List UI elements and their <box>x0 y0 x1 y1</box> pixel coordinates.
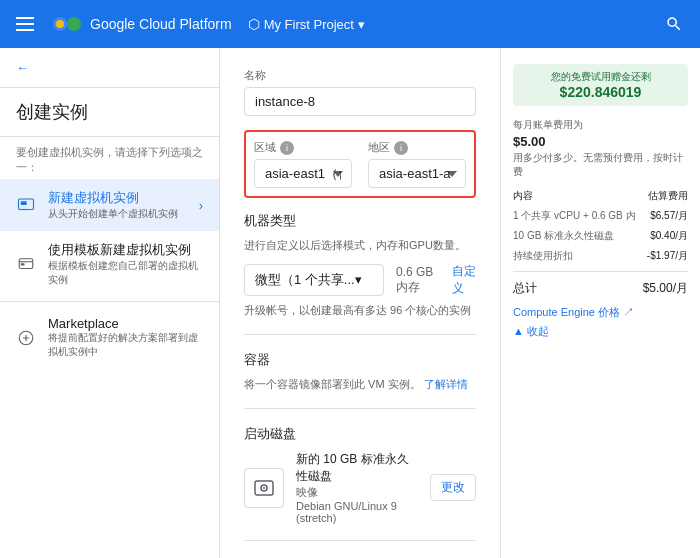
machine-type-subtitle: 进行自定义以后选择模式，内存和GPU数量。 <box>244 238 476 253</box>
zone-select[interactable]: asia-east1-a <box>368 159 466 188</box>
machine-type-select-container: 微型（1 个共享...▾ <box>244 264 384 296</box>
top-navigation: Google Cloud Platform ⬡ My First Project… <box>0 0 700 48</box>
name-input[interactable] <box>244 87 476 116</box>
billing-title: 每月账单费用为 <box>513 118 688 132</box>
sidebar-item-new-vm[interactable]: 新建虚拟机实例 从头开始创建单个虚拟机实例 › <box>0 179 219 231</box>
savings-amount: $220.846019 <box>521 84 680 100</box>
billing-note: 用多少付多少。无需预付费用，按时计费 <box>513 151 688 179</box>
project-selector[interactable]: ⬡ My First Project ▾ <box>248 16 365 32</box>
cost-section-value: 估算费用 <box>648 189 688 203</box>
memory-text: 0.6 GB 内存 <box>396 265 440 296</box>
name-label: 名称 <box>244 68 476 83</box>
svg-rect-8 <box>21 263 25 265</box>
vm-icon <box>16 195 36 215</box>
sidebar-page-title: 创建实例 <box>0 88 219 137</box>
cost-label-1: 10 GB 标准永久性磁盘 <box>513 229 650 243</box>
container-section: 容器 将一个容器镜像部署到此 VM 实例。 了解详情 <box>244 351 476 392</box>
compute-engine-link[interactable]: Compute Engine 价格 ↗ <box>513 305 688 320</box>
region-label: 区域 i <box>254 140 352 155</box>
cost-total-label: 总计 <box>513 280 537 297</box>
region-zone-row: 区域 i asia-east1（台湾） 地区 i asia- <box>254 140 466 188</box>
sidebar-item-marketplace-label: Marketplace <box>48 316 203 331</box>
sidebar-item-marketplace[interactable]: Marketplace 将提前配置好的解决方案部署到虚拟机实例中 <box>0 306 219 369</box>
project-dropdown-icon: ▾ <box>358 17 365 32</box>
hamburger-menu[interactable] <box>16 12 40 36</box>
divider-2 <box>244 408 476 409</box>
app-logo: Google Cloud Platform <box>52 12 232 36</box>
boot-disk-description: 新的 10 GB 标准永久性磁盘 <box>296 451 418 485</box>
project-name: My First Project <box>264 17 354 32</box>
name-field-group: 名称 <box>244 68 476 116</box>
form-container: 名称 区域 i asia-east1（台湾） <box>220 48 500 558</box>
sidebar-item-new-vm-sublabel: 从头开始创建单个虚拟机实例 <box>48 207 187 221</box>
marketplace-icon <box>16 328 36 348</box>
savings-title: 您的免费试用赠金还剩 <box>521 70 680 84</box>
boot-disk-image: 映像 <box>296 485 418 500</box>
cost-value-1: $0.40/月 <box>650 229 688 243</box>
machine-type-label: 微型（1 个共享...▾ <box>255 271 362 289</box>
change-button[interactable]: 更改 <box>430 474 476 501</box>
cost-total-row: 总计 $5.00/月 <box>513 271 688 297</box>
collapse-link[interactable]: ▲ 收起 <box>513 324 688 339</box>
container-sublabel: 将一个容器镜像部署到此 VM 实例。 了解详情 <box>244 377 476 392</box>
sidebar-item-marketplace-sublabel: 将提前配置好的解决方案部署到虚拟机实例中 <box>48 331 203 359</box>
container-title: 容器 <box>244 351 476 369</box>
template-vm-icon <box>16 254 36 274</box>
zone-info-icon: i <box>394 141 408 155</box>
boot-disk-title: 启动磁盘 <box>244 425 476 443</box>
sidebar-subtitle: 要创建虚拟机实例，请选择下列选项之一： <box>0 137 219 179</box>
region-info-icon: i <box>280 141 294 155</box>
app-name: Google Cloud Platform <box>90 16 232 32</box>
search-container <box>664 14 684 34</box>
boot-disk-os: Debian GNU/Linux 9 (stretch) <box>296 500 418 524</box>
boot-disk-row: 新的 10 GB 标准永久性磁盘 映像 Debian GNU/Linux 9 (… <box>244 451 476 524</box>
region-select[interactable]: asia-east1（台湾） <box>254 159 352 188</box>
divider-3 <box>244 540 476 541</box>
machine-type-select-btn[interactable]: 微型（1 个共享...▾ <box>244 264 384 296</box>
sidebar: ← 创建实例 要创建虚拟机实例，请选择下列选项之一： 新建虚拟机实例 从头开始创… <box>0 48 220 558</box>
sidebar-item-template-vm-sublabel: 根据模板创建您自己部署的虚拟机实例 <box>48 259 203 287</box>
back-button[interactable]: ← <box>0 48 219 88</box>
cost-item-0: 1 个共享 vCPU + 0.6 GB 内 $6.57/月 <box>513 209 688 223</box>
sidebar-divider <box>0 301 219 302</box>
cost-item-1: 10 GB 标准永久性磁盘 $0.40/月 <box>513 229 688 243</box>
divider-1 <box>244 334 476 335</box>
svg-point-2 <box>56 20 64 28</box>
machine-type-section: 机器类型 进行自定义以后选择模式，内存和GPU数量。 微型（1 个共享...▾ … <box>244 212 476 318</box>
machine-type-row: 微型（1 个共享...▾ 0.6 GB 内存 自定义 <box>244 263 476 297</box>
cost-item-2: 持续使用折扣 -$1.97/月 <box>513 249 688 263</box>
main-content: 名称 区域 i asia-east1（台湾） <box>220 48 500 558</box>
sidebar-item-new-vm-label: 新建虚拟机实例 <box>48 189 187 207</box>
boot-disk-icon <box>244 468 284 508</box>
cost-label-0: 1 个共享 vCPU + 0.6 GB 内 <box>513 209 650 223</box>
main-layout: ← 创建实例 要创建虚拟机实例，请选择下列选项之一： 新建虚拟机实例 从头开始创… <box>0 48 700 558</box>
zone-label: 地区 i <box>368 140 466 155</box>
sidebar-item-template-vm[interactable]: 使用模板新建虚拟机实例 根据模板创建您自己部署的虚拟机实例 <box>0 231 219 297</box>
billing-value: $5.00 <box>513 134 688 149</box>
boot-disk-info: 新的 10 GB 标准永久性磁盘 映像 Debian GNU/Linux 9 (… <box>296 451 418 524</box>
customize-button[interactable]: 自定义 <box>452 263 476 297</box>
region-group: 区域 i asia-east1（台湾） <box>254 140 352 188</box>
boot-disk-section: 启动磁盘 新的 10 GB 标准永久性磁盘 映像 Debian GNU/Linu… <box>244 425 476 524</box>
cost-header: 内容 估算费用 <box>513 189 688 203</box>
sidebar-item-arrow: › <box>199 198 203 213</box>
sidebar-item-template-vm-label: 使用模板新建虚拟机实例 <box>48 241 203 259</box>
machine-type-title: 机器类型 <box>244 212 476 230</box>
svg-point-12 <box>263 487 265 489</box>
right-panel: 您的免费试用赠金还剩 $220.846019 每月账单费用为 $5.00 用多少… <box>500 48 700 558</box>
learn-more-link[interactable]: 了解详情 <box>424 378 468 390</box>
cost-value-0: $6.57/月 <box>650 209 688 223</box>
cost-value-2: -$1.97/月 <box>647 249 688 263</box>
svg-rect-4 <box>21 201 27 205</box>
upgrade-text: 升级帐号，以创建最高有多达 96 个核心的实例 <box>244 303 476 318</box>
search-icon[interactable] <box>664 14 684 34</box>
svg-point-1 <box>67 17 81 31</box>
cost-total-value: $5.00/月 <box>643 280 688 297</box>
savings-badge: 您的免费试用赠金还剩 $220.846019 <box>513 64 688 106</box>
region-zone-section: 区域 i asia-east1（台湾） 地区 i asia- <box>244 130 476 198</box>
cost-section-title: 内容 <box>513 189 648 203</box>
zone-group: 地区 i asia-east1-a <box>368 140 466 188</box>
cost-label-2: 持续使用折扣 <box>513 249 647 263</box>
back-arrow-icon: ← <box>16 60 29 75</box>
